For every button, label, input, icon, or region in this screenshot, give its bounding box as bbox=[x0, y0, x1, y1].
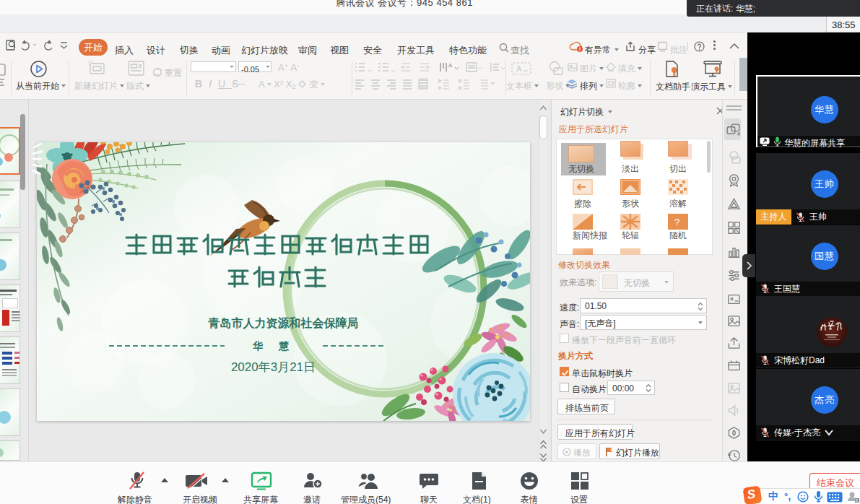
svg-text:6: 6 bbox=[856, 498, 858, 503]
svg-text:A: A bbox=[448, 62, 453, 69]
svg-text:A: A bbox=[516, 64, 522, 73]
svg-text:?: ? bbox=[674, 217, 679, 227]
